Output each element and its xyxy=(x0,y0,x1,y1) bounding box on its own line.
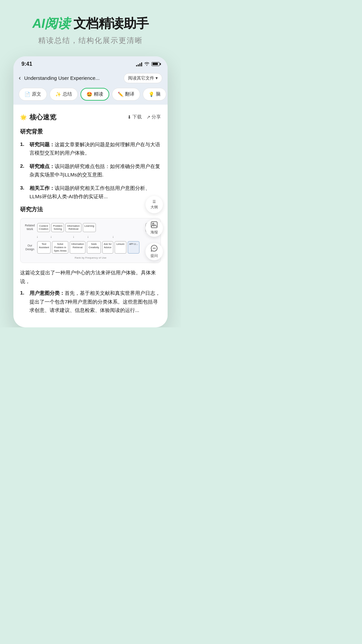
tab-bar: 📄 原文 ✨ 总结 🤩 精读 ✏️ 翻译 💡 脑 xyxy=(13,88,168,105)
research-background-section: 研究背景 1. 研究问题：这篇文章要解决的问题是如何理解用户在与大语言模型交互时… xyxy=(20,128,161,201)
share-icon: ↗ xyxy=(146,114,150,120)
outline-icon: ☰ xyxy=(153,200,156,204)
share-label: 分享 xyxy=(152,114,161,120)
download-button[interactable]: ⬇ 下载 xyxy=(127,114,142,120)
ask-button[interactable]: 提问 xyxy=(145,243,163,260)
diagram-row-1: RelatedWork ContentCreation ProblemSolvi… xyxy=(24,223,157,232)
bottom-text-section: 这篇论文提出了一种用户中心的方法来评估用户体验。具体来说， 1. 用户意图分类：… xyxy=(20,268,161,315)
download-icon: ⬇ xyxy=(127,114,131,120)
diagram-arrows: ↓ ↓ ↓ ↓ ↓ xyxy=(24,235,157,238)
arrow-4: ↓ xyxy=(87,235,89,238)
bottom-item-1-num: 1. xyxy=(20,289,27,315)
arrow-1: ↓ xyxy=(37,235,38,238)
tab-jingdu[interactable]: 🤩 精读 xyxy=(80,88,109,101)
back-button[interactable]: ‹ xyxy=(19,74,21,82)
ask-label: 提问 xyxy=(150,253,158,258)
diagram-box-ask-for-advice: Ask forAdvice xyxy=(102,241,113,254)
ask-icon xyxy=(150,245,158,253)
core-overview-header: 🌟 核心速览 ⬇ 下载 ↗ 分享 xyxy=(20,113,161,122)
outline-label: 大纲 xyxy=(150,205,158,210)
poster-label: 海报 xyxy=(150,230,158,235)
tab-zongje-label: 总结 xyxy=(63,91,72,97)
diagram-box-learning: Learning xyxy=(83,223,96,232)
item-3-num: 3. xyxy=(20,184,27,201)
research-diagram: RelatedWork ContentCreation ProblemSolvi… xyxy=(20,218,161,263)
main-content: 🌟 核心速览 ⬇ 下载 ↗ 分享 xyxy=(13,105,168,327)
poster-button[interactable]: 海报 xyxy=(145,219,163,237)
research-item-1: 1. 研究问题：这篇文章要解决的问题是如何理解用户在与大语言模型交互时的用户体验… xyxy=(20,140,161,157)
svg-point-2 xyxy=(153,248,154,249)
battery-icon xyxy=(152,62,160,66)
diagram-boxes-row1: ContentCreation ProblemSolving Informati… xyxy=(37,223,157,232)
phone-wrapper: 9:41 xyxy=(0,56,181,327)
diagram-boxes-row2: TextAssistant SolveProblem inSpec Areas … xyxy=(37,241,157,254)
tab-zongje[interactable]: ✨ 总结 xyxy=(50,88,78,101)
hero-section: AI阅读 文档精读助手 精读总结，结构化展示更清晰 xyxy=(0,0,181,56)
svg-point-1 xyxy=(153,223,154,224)
tab-fanyi[interactable]: ✏️ 翻译 xyxy=(112,88,140,101)
status-icons xyxy=(136,61,160,67)
hero-subtitle: 精读总结，结构化展示更清晰 xyxy=(13,36,168,46)
content-wrapper: 🌟 核心速览 ⬇ 下载 ↗ 分享 xyxy=(13,105,168,327)
star-icon: 🌟 xyxy=(20,114,27,120)
bottom-item-1-bold: 用户意图分类： xyxy=(29,290,65,296)
chevron-down-icon: ▾ xyxy=(156,75,158,80)
diagram-label-our-design: OurDesign xyxy=(24,244,36,251)
research-background-title: 研究背景 xyxy=(20,128,161,136)
tab-jingdu-label: 精读 xyxy=(94,91,103,97)
wifi-icon xyxy=(144,61,149,67)
diagram-box-api: API U... xyxy=(128,241,140,254)
tab-nao-label: 脑 xyxy=(156,91,161,97)
research-item-2: 2. 研究难点：该问题的研究难点包括：如何准确分类用户在复杂真实场景中与LLMs… xyxy=(20,162,161,179)
diagram-box-leisure-2: Leisure xyxy=(115,241,126,254)
hero-title: AI阅读 文档精读助手 xyxy=(13,16,168,32)
nav-title: Understanding User Experience... xyxy=(24,75,120,81)
tab-nao[interactable]: 💡 脑 xyxy=(143,88,166,101)
download-label: 下载 xyxy=(132,114,142,120)
core-overview-title: 核心速览 xyxy=(29,113,56,122)
research-item-3: 3. 相关工作：该问题的研究相关工作包括用户意图分析、LLMs评估和人类-AI协… xyxy=(20,184,161,201)
tab-jingdu-icon: 🤩 xyxy=(86,92,92,97)
bottom-item-1-text: 用户意图分类：首先，基于相关文献和真实世界用户日志，提出了一个包含7种用户意图的… xyxy=(29,289,161,315)
item-2-bold: 研究难点： xyxy=(29,163,55,169)
hero-title-green: AI阅读 xyxy=(32,16,70,31)
item-2-text: 研究难点：该问题的研究难点包括：如何准确分类用户在复杂真实场景中与LLMs的交互… xyxy=(29,162,161,179)
outline-button[interactable]: ☰ 大纲 xyxy=(145,196,163,213)
arrow-3: ↓ xyxy=(73,235,74,238)
item-1-bold: 研究问题： xyxy=(29,142,55,147)
tab-yuanwen-icon: 📄 xyxy=(24,92,30,97)
signal-icon xyxy=(136,62,142,66)
svg-rect-0 xyxy=(151,222,157,228)
research-method-title: 研究方法 xyxy=(20,206,161,213)
diagram-box-information-retrieval-2: InformationRetrieval xyxy=(70,241,86,254)
diagram-label-related-work: RelatedWork xyxy=(24,224,36,231)
arrow-2: ↓ xyxy=(50,235,52,238)
diagram-footer: Rank by Frequency of Use xyxy=(24,256,157,259)
status-time: 9:41 xyxy=(21,61,32,67)
status-bar: 9:41 xyxy=(13,56,168,70)
diagram-gap-1 xyxy=(97,223,144,232)
tab-yuanwen-label: 原文 xyxy=(32,91,41,97)
share-button[interactable]: ↗ 分享 xyxy=(146,114,161,120)
section-actions: ⬇ 下载 ↗ 分享 xyxy=(127,114,161,120)
tab-fanyi-label: 翻译 xyxy=(125,91,134,97)
nav-bar: ‹ Understanding User Experience... 阅读其它文… xyxy=(13,70,168,88)
svg-point-3 xyxy=(154,248,155,249)
diagram-box-solve-problem: SolveProblem inSpec Areas xyxy=(52,241,68,254)
read-other-files-button[interactable]: 阅读其它文件 ▾ xyxy=(124,73,162,83)
arrow-5: ↓ xyxy=(112,235,114,238)
hero-title-black: 文档精读助手 xyxy=(70,16,148,31)
tab-fanyi-icon: ✏️ xyxy=(118,92,123,97)
phone-mockup: 9:41 xyxy=(13,56,168,327)
diagram-box-content-creation: ContentCreation xyxy=(37,223,50,232)
diagram-row-2: OurDesign TextAssistant SolveProblem inS… xyxy=(24,241,157,254)
diagram-rows: RelatedWork ContentCreation ProblemSolvi… xyxy=(24,223,157,254)
research-method-section: 研究方法 RelatedWork ContentCreation Problem… xyxy=(20,206,161,263)
diagram-box-problem-solving: ProblemSolving xyxy=(51,223,64,232)
tab-yuanwen[interactable]: 📄 原文 xyxy=(19,88,47,101)
diagram-box-information-retrieval-1: InformationRetrieval xyxy=(65,223,81,232)
svg-point-4 xyxy=(155,248,156,249)
nav-action-label: 阅读其它文件 xyxy=(128,75,154,81)
tab-nao-icon: 💡 xyxy=(148,92,154,97)
bottom-paragraph: 这篇论文提出了一种用户中心的方法来评估用户体验。具体来说， xyxy=(20,268,161,285)
